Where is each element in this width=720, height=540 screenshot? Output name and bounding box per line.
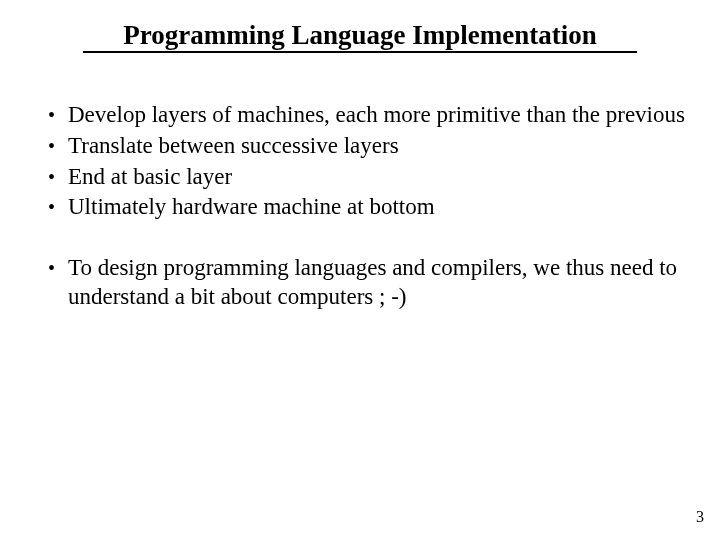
title-wrap: Programming Language Implementation	[30, 20, 690, 81]
slide-title: Programming Language Implementation	[83, 20, 637, 53]
bullet-list-2: To design programming languages and comp…	[30, 254, 690, 312]
slide: Programming Language Implementation Deve…	[0, 0, 720, 540]
list-item: End at basic layer	[30, 163, 690, 192]
bullet-list-1: Develop layers of machines, each more pr…	[30, 101, 690, 222]
list-item: Translate between successive layers	[30, 132, 690, 161]
list-item: Develop layers of machines, each more pr…	[30, 101, 690, 130]
list-item: To design programming languages and comp…	[30, 254, 690, 312]
list-item: Ultimately hardware machine at bottom	[30, 193, 690, 222]
page-number: 3	[696, 508, 704, 526]
